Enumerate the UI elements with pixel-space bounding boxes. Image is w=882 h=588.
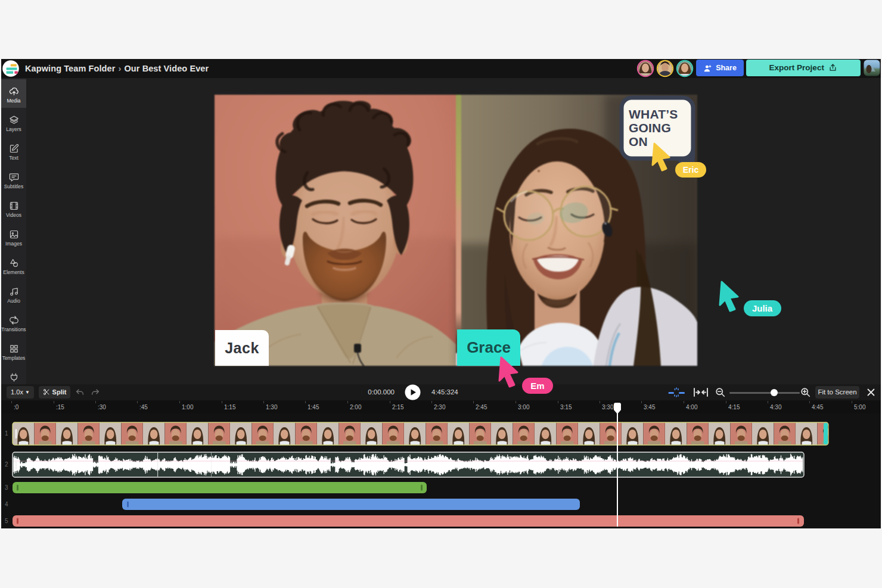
svg-text:Eric: Eric (683, 165, 699, 175)
svg-text:GOING: GOING (629, 121, 671, 135)
svg-text:WHAT’S: WHAT’S (629, 107, 678, 121)
svg-text:ON: ON (629, 135, 648, 148)
svg-text:Julia: Julia (752, 303, 773, 313)
svg-text:Em: Em (530, 381, 544, 391)
